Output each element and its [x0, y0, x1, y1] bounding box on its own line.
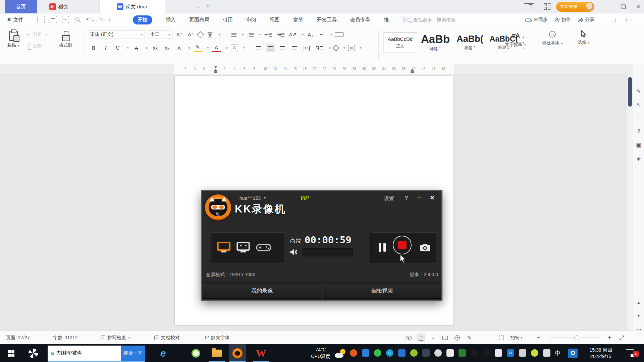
kk-recorder-dialog[interactable]: K hua***123 ▼ VIP 设置 ? – × KK录像机 [201, 190, 442, 301]
font-color-icon[interactable]: A [212, 44, 221, 52]
qq-tray-icon[interactable] [471, 349, 478, 357]
fit-page-icon[interactable] [497, 334, 506, 342]
dialog-minimize-button[interactable]: – [417, 193, 421, 200]
screenshot-tray-icon[interactable] [446, 349, 454, 357]
taskbar-ie-icon[interactable]: e [155, 344, 171, 362]
green-oval-tray-icon[interactable] [410, 349, 418, 357]
account-menu[interactable]: hua***123 ▼ [239, 195, 266, 201]
login-button[interactable]: 立即登录 [556, 2, 594, 12]
ribbon-tab-scroll-icon[interactable]: › [402, 16, 406, 23]
stop-record-button[interactable] [393, 236, 412, 254]
tab-home[interactable]: 首页 [5, 0, 37, 13]
taskbar-kk-recorder-icon[interactable] [229, 344, 246, 362]
zoom-level[interactable]: 70%▾ [510, 331, 522, 345]
print-preview-icon[interactable] [74, 16, 81, 23]
text-layout-button[interactable]: ≡A 文字排版▾ [505, 32, 526, 48]
sync-status-button[interactable]: 未同步 [525, 17, 548, 23]
fullscreen-button[interactable] [619, 331, 625, 345]
image-extract-icon[interactable]: ▣ [633, 138, 644, 152]
green-app-tray-icon[interactable] [459, 349, 466, 357]
page-view-icon[interactable] [417, 334, 425, 342]
ribbon-tab-review[interactable]: 审阅 [246, 17, 256, 23]
word-count[interactable]: 字数: 11212 [53, 331, 78, 345]
screenshot-button[interactable] [418, 240, 432, 254]
help-button[interactable]: ? [405, 195, 408, 201]
justify-icon[interactable] [290, 44, 299, 52]
fullscreen-mode-button[interactable] [216, 240, 231, 255]
qq-2-tray-icon[interactable] [483, 349, 490, 357]
tab-list-icon[interactable]: ⌄ [196, 4, 200, 9]
ribbon-tab-view[interactable]: 视图 [270, 17, 280, 23]
new-tab-button[interactable]: + [206, 2, 210, 10]
ribbon-tab-references[interactable]: 引用 [223, 17, 233, 23]
file-menu[interactable]: 文件 [13, 17, 23, 23]
copy-button[interactable]: 复制 [27, 43, 47, 49]
network-signal-tray-icon[interactable] [422, 349, 430, 357]
style-heading2[interactable]: AaBb( 标题 2 [453, 32, 486, 53]
font-size-select[interactable]: 小二▾ [148, 30, 172, 39]
print-icon[interactable] [62, 16, 69, 23]
collaborate-button[interactable]: 协作 [554, 17, 571, 23]
eye-protect-icon[interactable] [405, 334, 413, 342]
increase-indent-icon[interactable]: ⇥ [276, 30, 285, 39]
ribbon-tab-developer[interactable]: 开发工具 [317, 17, 337, 23]
my-videos-button[interactable]: 我的录像 [203, 283, 321, 299]
ribbon-tab-overflow[interactable]: 推 [384, 17, 389, 23]
share-button[interactable]: 分享 [578, 17, 594, 23]
text-direction-icon[interactable]: A↗ [288, 30, 298, 39]
right-indent-marker[interactable] [411, 69, 414, 73]
save-icon[interactable] [38, 16, 45, 23]
tab-docer[interactable]: 稻 稻壳 [37, 0, 80, 13]
first-line-indent-marker[interactable] [214, 66, 217, 73]
italic-button[interactable]: I [101, 44, 110, 52]
bluetooth-tray-icon[interactable]: B [507, 349, 514, 357]
annotate-pen-icon[interactable]: ✎ [633, 84, 644, 98]
speaker-volume-button[interactable] [289, 248, 299, 256]
pinwheel-app-icon[interactable] [24, 344, 42, 362]
increase-font-icon[interactable]: A⁺ [175, 30, 184, 39]
collapse-ribbon-icon[interactable]: ∧ [625, 17, 628, 22]
format-painter-button[interactable]: 格式刷 [59, 31, 72, 48]
outlook-tray-icon[interactable]: O [566, 344, 580, 362]
bold-button[interactable]: B [89, 44, 98, 52]
pinyin-guide-icon[interactable]: wén文 [206, 30, 214, 39]
page-up-icon[interactable]: ▲ [633, 296, 644, 309]
kk-recorder-tray-icon[interactable] [350, 349, 357, 357]
weather-icon[interactable] [335, 349, 346, 358]
strikethrough-button[interactable]: A [132, 44, 141, 52]
character-shading-icon[interactable]: A [231, 45, 238, 51]
align-left-icon[interactable] [254, 44, 263, 52]
more-options-icon[interactable]: ⋮ [613, 17, 618, 23]
highlight-color-icon[interactable]: ✎ [194, 44, 202, 52]
spellcheck-toggle[interactable]: ✓ 拼写检查▾ [101, 331, 130, 345]
command-search-input[interactable] [413, 17, 477, 22]
antivirus-tray-icon[interactable] [531, 349, 538, 357]
edit-mode-icon[interactable]: ✎ [465, 334, 474, 342]
window-minimize-button[interactable]: — [602, 0, 614, 13]
proofread-button[interactable]: × 文档校对 [154, 331, 180, 345]
borders-icon[interactable]: ⊞ [348, 45, 355, 51]
zoom-slider-knob[interactable] [574, 335, 579, 340]
page-down-icon[interactable]: ▼ [633, 309, 644, 322]
align-right-icon[interactable] [278, 44, 287, 52]
clear-format-icon[interactable] [197, 31, 204, 38]
ribbon-tab-section[interactable]: 章节 [293, 17, 303, 23]
subscript-button[interactable]: X₂ [163, 44, 171, 52]
help-circle-icon[interactable]: ? [633, 125, 644, 138]
start-button[interactable] [3, 344, 19, 362]
tab-document[interactable]: W 论文.docx [99, 0, 165, 13]
style-normal[interactable]: AaBbCcDd 正文 [383, 32, 417, 53]
font-name-select[interactable]: 宋体 (正文)▾ [88, 30, 145, 39]
numbered-list-icon[interactable] [246, 30, 255, 39]
redo-button[interactable]: ↷ [99, 16, 103, 23]
window-restore-button[interactable]: ❑ [618, 0, 629, 13]
taskbar-wps-icon[interactable]: W [252, 344, 270, 362]
ribbon-tab-start[interactable]: 开始 [133, 15, 152, 24]
ruler-units-icon[interactable] [335, 32, 343, 37]
select-button[interactable]: 选择▾ [578, 30, 590, 46]
taskbar-search-box[interactable]: e 搜索一下 [48, 346, 145, 361]
cut-button[interactable]: ✂ 剪切▾ [27, 32, 47, 38]
security-shield-tray-icon[interactable] [398, 349, 406, 357]
apps-grid-icon[interactable] [544, 3, 551, 10]
underline-button[interactable]: U [113, 44, 122, 52]
